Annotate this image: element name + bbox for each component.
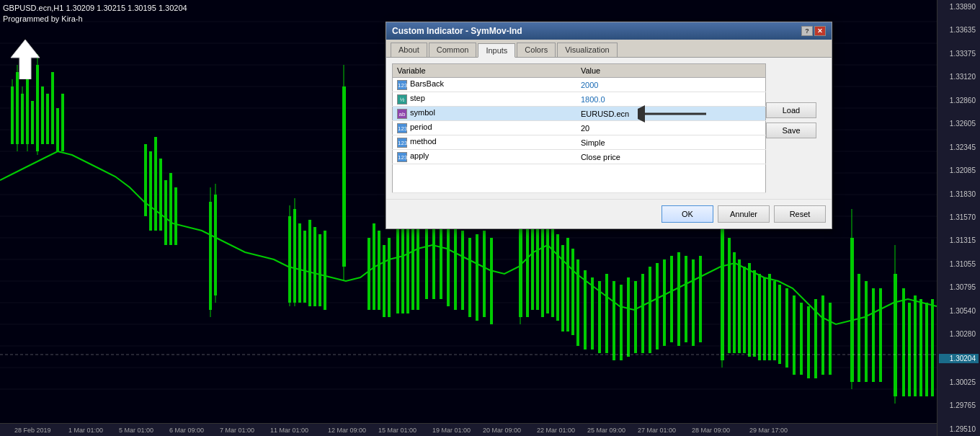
time-label: 20 Mar 09:00 (483, 427, 521, 434)
svg-rect-48 (303, 231, 306, 303)
svg-rect-114 (753, 270, 756, 357)
time-label: 15 Mar 01:00 (378, 427, 416, 434)
svg-rect-85 (556, 234, 559, 321)
svg-rect-105 (692, 259, 695, 346)
svg-rect-34 (144, 144, 147, 216)
price-label: 1.30795 (939, 283, 979, 291)
price-label: 1.32605 (939, 120, 979, 128)
svg-rect-137 (914, 295, 917, 396)
svg-rect-71 (454, 223, 457, 310)
svg-rect-35 (149, 151, 152, 231)
dialog-title: Custom Indicator - SymMov-Ind (392, 26, 522, 36)
svg-rect-92 (598, 281, 601, 353)
price-label: 1.31570 (939, 213, 979, 221)
svg-rect-89 (576, 259, 579, 346)
time-label: 19 Mar 01:00 (432, 427, 471, 434)
ok-button[interactable]: OK (662, 205, 713, 223)
svg-rect-97 (634, 281, 637, 353)
svg-rect-49 (308, 220, 311, 306)
time-label: 27 Mar 01:00 (638, 427, 676, 434)
time-label: 1 Mar 01:00 (68, 427, 103, 434)
svg-rect-131 (872, 288, 875, 382)
svg-rect-135 (902, 288, 905, 396)
dialog-titlebar: Custom Indicator - SymMov-Ind ? ✕ (386, 22, 832, 40)
svg-rect-104 (685, 256, 687, 342)
dialog-tabs: About Common Inputs Colors Visualization (386, 40, 832, 58)
time-label: 22 Mar 01:00 (537, 427, 575, 434)
svg-rect-93 (605, 274, 608, 353)
svg-rect-94 (612, 281, 615, 360)
svg-rect-109 (728, 238, 731, 353)
svg-rect-136 (908, 303, 911, 396)
svg-rect-112 (743, 267, 746, 353)
svg-rect-61 (388, 238, 391, 317)
type-icon: ½ (397, 94, 407, 104)
load-button[interactable]: Load (766, 102, 816, 118)
variable-cell: 123period (393, 121, 576, 135)
svg-rect-25 (46, 94, 49, 144)
price-label: 1.33635 (939, 26, 979, 34)
time-label: 11 Mar 01:00 (270, 427, 308, 434)
svg-rect-39 (169, 173, 172, 245)
svg-rect-113 (748, 263, 751, 357)
col-value: Value (576, 64, 766, 78)
variable-cell: 123BarsBack (393, 78, 576, 92)
arrow-annotation (638, 103, 710, 125)
svg-rect-116 (763, 277, 766, 360)
svg-rect-60 (383, 245, 386, 317)
price-label: 1.30540 (939, 307, 979, 315)
help-button[interactable]: ? (801, 26, 813, 36)
time-label: 6 Mar 09:00 (169, 427, 204, 434)
svg-rect-36 (154, 137, 157, 231)
svg-rect-87 (566, 238, 569, 332)
time-label: 7 Mar 01:00 (220, 427, 254, 434)
svg-rect-50 (313, 227, 316, 306)
close-button[interactable]: ✕ (814, 26, 826, 36)
tab-inputs[interactable]: Inputs (478, 43, 515, 58)
svg-rect-27 (56, 108, 59, 151)
svg-rect-81 (536, 216, 539, 310)
svg-rect-72 (461, 231, 464, 310)
save-button[interactable]: Save (766, 123, 816, 138)
value-cell: EURUSD.ecn (576, 107, 766, 121)
value-cell: Simple (576, 135, 766, 150)
tab-visualization[interactable]: Visualization (557, 43, 618, 57)
svg-rect-70 (447, 220, 450, 306)
svg-rect-106 (699, 256, 702, 342)
table-row[interactable]: 123BarsBack 2000 (393, 78, 766, 92)
table-row[interactable]: 123method Simple (393, 135, 766, 150)
annuler-button[interactable]: Annuler (718, 205, 770, 223)
svg-rect-82 (541, 223, 544, 317)
tab-common[interactable]: Common (429, 43, 477, 57)
price-label: 1.29510 (939, 425, 979, 433)
price-axis: 1.33890 1.33635 1.33375 1.33120 1.32860 … (937, 0, 980, 436)
svg-rect-76 (490, 238, 493, 324)
svg-rect-126 (829, 303, 832, 375)
svg-rect-117 (768, 274, 771, 360)
svg-rect-129 (858, 274, 860, 382)
dialog: Custom Indicator - SymMov-Ind ? ✕ About … (386, 22, 832, 229)
price-label: 1.33890 (939, 3, 979, 11)
svg-rect-57 (368, 238, 370, 310)
chart-subtitle: Programmed by Kira-h (3, 14, 187, 25)
tab-about[interactable]: About (391, 43, 427, 57)
type-icon: 123 (397, 152, 407, 162)
chart-header: GBPUSD.ecn,H1 1.30209 1.30215 1.30195 1.… (3, 3, 187, 25)
empty-row (393, 164, 766, 193)
time-axis: 28 Feb 2019 1 Mar 01:00 5 Mar 01:00 6 Ma… (0, 423, 937, 436)
value-cell: 2000 (576, 78, 766, 92)
variable-cell: ½step (393, 92, 576, 107)
table-row-selected[interactable]: absymbol EURUSD.ecn (393, 107, 766, 121)
svg-rect-58 (373, 223, 375, 310)
time-label: 5 Mar 01:00 (119, 427, 153, 434)
svg-rect-123 (807, 306, 810, 378)
svg-rect-22 (31, 101, 34, 144)
dialog-content: Variable Value 123BarsBack 2000 (386, 58, 832, 199)
type-icon: 123 (397, 80, 407, 90)
tab-colors[interactable]: Colors (517, 43, 556, 57)
chart-title: GBPUSD.ecn,H1 1.30209 1.30215 1.30195 1.… (3, 3, 187, 14)
svg-rect-37 (159, 159, 162, 231)
table-row[interactable]: 123apply Close price (393, 150, 766, 164)
svg-rect-74 (476, 234, 478, 321)
time-label: 29 Mar 17:00 (749, 427, 788, 434)
